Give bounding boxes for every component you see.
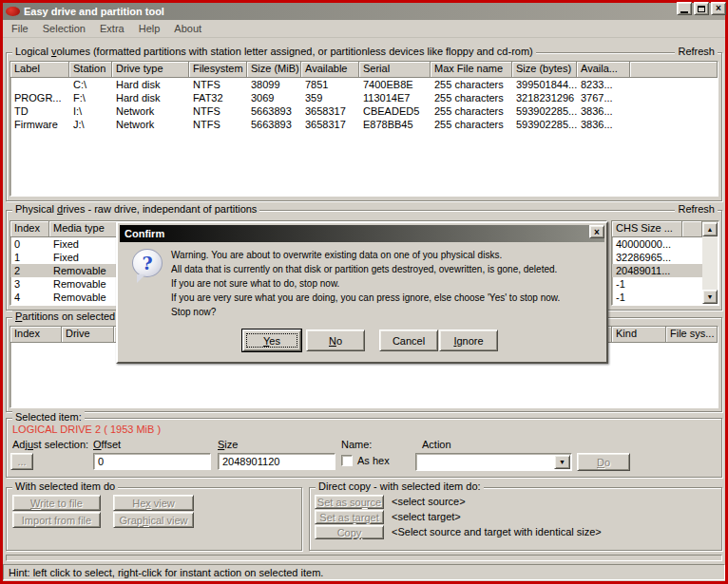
cell: -1 xyxy=(612,277,702,291)
scroll-down-icon: ▼ xyxy=(707,293,714,300)
window-title: Easy drive and partition tool xyxy=(24,6,164,17)
dialog-line: Stop now? xyxy=(171,305,603,319)
cell: 113014E7 xyxy=(359,91,431,104)
column-header[interactable]: Available xyxy=(301,62,359,78)
close-icon: × xyxy=(716,3,721,14)
menu-about[interactable]: About xyxy=(174,23,201,34)
scroll-down-button[interactable]: ▼ xyxy=(702,290,718,304)
cell: 593902285... xyxy=(512,118,577,131)
maximize-button[interactable] xyxy=(694,2,709,15)
direct-copy-legend: Direct copy - with selected item do: xyxy=(316,480,484,492)
menu-help[interactable]: Help xyxy=(139,23,161,34)
copy-button[interactable]: Copy xyxy=(315,525,384,539)
physical-refresh-link[interactable]: Refresh xyxy=(675,203,718,215)
size-input[interactable] xyxy=(218,453,335,470)
cell: 32286965... xyxy=(612,251,702,264)
copy-hint-label: <Select source and target with identical… xyxy=(392,526,602,537)
column-header[interactable]: Availa... xyxy=(577,62,630,78)
cell: F:\ xyxy=(69,91,112,104)
table-row-selected[interactable]: 20489011... xyxy=(612,264,702,277)
column-header[interactable]: Kind xyxy=(612,327,666,343)
table-row[interactable]: -1 xyxy=(612,291,702,304)
as-hex-checkbox[interactable] xyxy=(341,455,353,466)
with-selected-group: With selected item do Write to file Impo… xyxy=(6,487,302,551)
select-target-label: <select target> xyxy=(392,511,461,522)
menu-file[interactable]: File xyxy=(11,23,29,34)
column-header[interactable]: Filesystem xyxy=(189,62,247,78)
set-as-target-button[interactable]: Set as target xyxy=(315,510,384,524)
scroll-up-button[interactable]: ▲ xyxy=(702,222,718,236)
status-strip xyxy=(6,555,722,561)
menu-extra[interactable]: Extra xyxy=(100,23,125,34)
logical-volumes-table: Label Station Drive type Filesystem Size… xyxy=(10,61,718,197)
table-row[interactable]: 40000000... xyxy=(612,237,702,251)
cell: NTFS xyxy=(189,118,247,131)
logical-refresh-link[interactable]: Refresh xyxy=(675,46,718,57)
menu-bar: File Selection Extra Help About xyxy=(3,20,725,38)
action-combobox[interactable]: ▼ xyxy=(415,453,572,471)
yes-button[interactable]: Yes xyxy=(242,330,301,351)
physical-chs-panel: CHS Size ... 40000000... 32286965... 204… xyxy=(611,220,719,306)
cell: 38099 xyxy=(247,78,301,91)
column-header[interactable]: Size (bytes) xyxy=(512,62,577,78)
import-from-file-button[interactable]: Import from file xyxy=(12,512,101,528)
column-header[interactable]: CHS Size ... xyxy=(612,221,682,237)
close-button[interactable]: × xyxy=(711,2,726,15)
no-button[interactable]: No xyxy=(306,330,365,351)
cell: 359 xyxy=(301,91,359,104)
do-button[interactable]: Do xyxy=(577,453,630,471)
set-as-source-button[interactable]: Set as source xyxy=(315,495,384,509)
column-header[interactable]: File sys... xyxy=(666,327,718,343)
adjust-selection-button[interactable]: ... xyxy=(10,453,33,470)
app-icon xyxy=(6,7,20,16)
column-header[interactable]: Index xyxy=(10,327,62,343)
cell: CBEADED5 xyxy=(359,104,431,118)
table-row[interactable]: PROGR... F:\ Hard disk FAT32 3069 359 11… xyxy=(10,91,718,104)
direct-copy-group: Direct copy - with selected item do: Set… xyxy=(309,487,722,551)
write-to-file-button[interactable]: Write to file xyxy=(12,495,101,511)
cell: 5663893 xyxy=(247,104,301,118)
combo-dropdown-button[interactable]: ▼ xyxy=(554,455,570,469)
cell: 8233... xyxy=(577,78,630,91)
cell: 5663893 xyxy=(247,118,301,131)
cell: 3836... xyxy=(577,104,630,118)
minimize-button[interactable] xyxy=(677,2,692,15)
hex-view-button[interactable]: Hex view xyxy=(113,495,194,511)
ignore-button[interactable]: Ignore xyxy=(439,330,498,351)
vertical-scrollbar[interactable]: ▲ ▼ xyxy=(702,222,718,304)
cell: 399501844... xyxy=(512,78,577,91)
column-header[interactable]: Drive xyxy=(62,327,114,343)
graphical-view-button[interactable]: Graphical view xyxy=(113,512,194,528)
offset-label: Offset xyxy=(93,439,121,450)
column-header[interactable]: Label xyxy=(10,62,69,78)
column-header[interactable]: Serial xyxy=(359,62,431,78)
column-header[interactable]: Size (MiB) xyxy=(247,62,301,78)
column-header[interactable]: Station xyxy=(69,62,112,78)
cell: Firmware xyxy=(10,118,69,131)
table-row[interactable]: TD I:\ Network NTFS 5663893 3658317 CBEA… xyxy=(10,104,718,118)
cell: FAT32 xyxy=(189,91,247,104)
menu-selection[interactable]: Selection xyxy=(43,23,86,34)
cell: 255 characters xyxy=(431,104,512,118)
cell: 2 xyxy=(10,264,49,277)
cell: 255 characters xyxy=(431,78,512,91)
title-bar[interactable]: Easy drive and partition tool xyxy=(3,3,725,20)
table-row[interactable]: -1 xyxy=(612,277,702,291)
offset-input[interactable] xyxy=(93,453,211,470)
table-row[interactable]: C:\ Hard disk NTFS 38099 7851 7400EB8E 2… xyxy=(10,78,718,91)
table-row[interactable]: Firmware J:\ Network NTFS 5663893 365831… xyxy=(10,118,718,131)
cell: 4 xyxy=(10,291,49,304)
cell: J:\ xyxy=(69,118,112,131)
column-header[interactable]: Max File name xyxy=(431,62,512,78)
column-header[interactable]: Index xyxy=(10,221,49,237)
column-header[interactable]: Drive type xyxy=(112,62,189,78)
cancel-button[interactable]: Cancel xyxy=(379,330,438,351)
table-row[interactable]: 32286965... xyxy=(612,251,702,264)
dialog-close-button[interactable]: × xyxy=(589,225,604,238)
cell: NTFS xyxy=(189,78,247,91)
dialog-title-bar[interactable]: Confirm xyxy=(120,225,604,242)
cell: 7851 xyxy=(301,78,359,91)
physical-drives-legend: Physical drives - raw drive, independant… xyxy=(12,203,259,215)
hint-text: Hint: left click to select, right-click … xyxy=(9,567,323,578)
cell: Network xyxy=(112,104,189,118)
